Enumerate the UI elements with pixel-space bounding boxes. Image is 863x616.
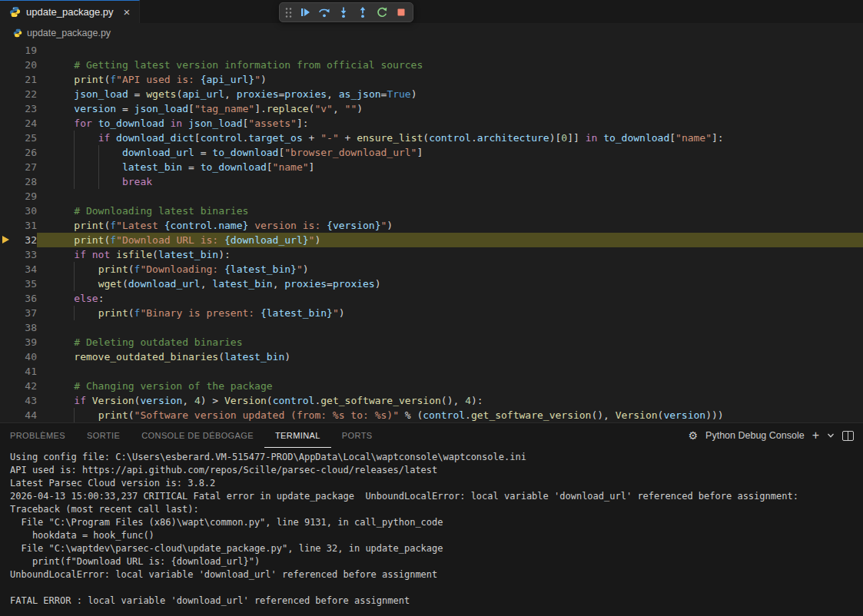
code-line[interactable]: 33 if not isfile(latest_bin):: [0, 247, 863, 262]
code-line[interactable]: 28 break: [0, 174, 863, 189]
gutter[interactable]: 37: [0, 306, 50, 320]
gutter[interactable]: 22: [0, 87, 50, 101]
line-number[interactable]: 21: [0, 72, 37, 87]
gear-icon[interactable]: ⚙: [689, 429, 699, 442]
gutter[interactable]: 28: [0, 174, 50, 189]
line-number[interactable]: 38: [0, 320, 37, 335]
gutter[interactable]: 30: [0, 204, 50, 218]
code-line-content[interactable]: print("Software version updated (from: %…: [50, 408, 863, 422]
debug-console-selector[interactable]: Python Debug Console: [705, 430, 805, 441]
split-panel-icon[interactable]: [842, 431, 854, 441]
code-line-content[interactable]: if not isfile(latest_bin):: [50, 247, 863, 262]
debug-continue-icon[interactable]: [296, 4, 314, 21]
gutter[interactable]: 29: [0, 189, 50, 204]
code-editor[interactable]: 1920 # Getting latest version informatio…: [0, 43, 863, 422]
code-line[interactable]: 39 # Deleting outdated binaries: [0, 335, 863, 349]
code-line[interactable]: 25 if download_dict[control.target_os + …: [0, 131, 863, 145]
code-line[interactable]: 26 download_url = to_download["browser_d…: [0, 145, 863, 160]
panel-tab-output[interactable]: SORTIE: [76, 423, 131, 448]
debug-step-out-icon[interactable]: [353, 4, 371, 21]
code-line-content[interactable]: print(f"Latest {control.name} version is…: [50, 218, 863, 233]
debug-stop-icon[interactable]: [392, 4, 410, 21]
code-line[interactable]: 37 print(f"Binary is present: {latest_bi…: [0, 306, 863, 320]
code-line-content[interactable]: wget(download_url, latest_bin, proxies=p…: [50, 277, 863, 291]
code-line[interactable]: 44 print("Software version updated (from…: [0, 408, 863, 422]
code-line[interactable]: 42 # Changing version of the package: [0, 379, 863, 393]
gutter[interactable]: 19: [0, 43, 50, 58]
debug-restart-icon[interactable]: [373, 4, 390, 21]
code-line[interactable]: 34 print(f"Downloading: {latest_bin}"): [0, 262, 863, 277]
code-line-content[interactable]: latest_bin = to_download["name"]: [50, 160, 863, 174]
line-number[interactable]: 26: [0, 145, 37, 160]
line-number[interactable]: 19: [0, 43, 37, 58]
gutter[interactable]: 23: [0, 101, 50, 116]
gutter[interactable]: 24: [0, 116, 50, 131]
line-number[interactable]: 33: [0, 247, 37, 262]
code-line-content[interactable]: else:: [50, 291, 863, 306]
line-number[interactable]: 22: [0, 87, 37, 101]
gutter[interactable]: 44: [0, 408, 50, 422]
gutter[interactable]: 42: [0, 379, 50, 393]
code-line[interactable]: 40 remove_outdated_binaries(latest_bin): [0, 349, 863, 364]
panel-tab-debug-console[interactable]: CONSOLE DE DÉBOGAGE: [131, 423, 264, 448]
breadcrumb-file[interactable]: update_package.py: [27, 28, 111, 38]
gutter[interactable]: 31: [0, 218, 50, 233]
gutter[interactable]: 36: [0, 291, 50, 306]
gutter[interactable]: 21: [0, 72, 50, 87]
code-line-content[interactable]: [50, 189, 863, 204]
panel-tab-problems[interactable]: PROBLÈMES: [10, 423, 76, 448]
code-line[interactable]: 41: [0, 364, 863, 379]
gutter[interactable]: 26: [0, 145, 50, 160]
code-line[interactable]: 19: [0, 43, 863, 58]
gutter[interactable]: 43: [0, 393, 50, 408]
debug-step-into-icon[interactable]: [334, 4, 352, 21]
line-number[interactable]: 37: [0, 306, 37, 320]
line-number[interactable]: 35: [0, 277, 37, 291]
code-line-content[interactable]: print(f"Downloading: {latest_bin}"): [50, 262, 863, 277]
gutter[interactable]: 27: [0, 160, 50, 174]
code-line-content[interactable]: for to_download in json_load["assets"]:: [50, 116, 863, 131]
panel-tab-terminal[interactable]: TERMINAL: [264, 423, 331, 448]
gutter[interactable]: 33: [0, 247, 50, 262]
code-line[interactable]: 27 latest_bin = to_download["name"]: [0, 160, 863, 174]
code-line[interactable]: 20 # Getting latest version information …: [0, 58, 863, 72]
code-line[interactable]: 32 print(f"Download URL is: {download_ur…: [0, 233, 863, 247]
panel-tab-ports[interactable]: PORTS: [331, 423, 383, 448]
code-line-content[interactable]: [50, 320, 863, 335]
line-number[interactable]: 42: [0, 379, 37, 393]
close-icon[interactable]: ×: [123, 6, 130, 18]
line-number[interactable]: 30: [0, 204, 37, 218]
code-line-content[interactable]: if download_dict[control.target_os + "-"…: [50, 131, 863, 145]
line-number[interactable]: 24: [0, 116, 37, 131]
code-line-content[interactable]: [50, 43, 863, 58]
code-line[interactable]: 43 if Version(version, 4) > Version(cont…: [0, 393, 863, 408]
code-line-content[interactable]: print(f"Binary is present: {latest_bin}"…: [50, 306, 863, 320]
gutter[interactable]: 25: [0, 131, 50, 145]
code-line-content[interactable]: print(f"Download URL is: {download_url}"…: [50, 233, 863, 247]
line-number[interactable]: 34: [0, 262, 37, 277]
line-number[interactable]: 40: [0, 349, 37, 364]
code-line-content[interactable]: # Getting latest version information fro…: [50, 58, 863, 72]
line-number[interactable]: 29: [0, 189, 37, 204]
code-line[interactable]: 36 else:: [0, 291, 863, 306]
code-line[interactable]: 38: [0, 320, 863, 335]
tab-update-package[interactable]: update_package.py ×: [0, 0, 140, 23]
line-number[interactable]: 43: [0, 393, 37, 408]
code-line[interactable]: 31 print(f"Latest {control.name} version…: [0, 218, 863, 233]
code-line-content[interactable]: break: [50, 174, 863, 189]
code-line-content[interactable]: remove_outdated_binaries(latest_bin): [50, 349, 863, 364]
code-line-content[interactable]: download_url = to_download["browser_down…: [50, 145, 863, 160]
code-line[interactable]: 23 version = json_load["tag_name"].repla…: [0, 101, 863, 116]
line-number[interactable]: 31: [0, 218, 37, 233]
code-line-content[interactable]: version = json_load["tag_name"].replace(…: [50, 101, 863, 116]
line-number[interactable]: 39: [0, 335, 37, 349]
debug-toolbar-drag-handle-icon[interactable]: [283, 4, 294, 21]
debug-step-over-icon[interactable]: [315, 4, 333, 21]
code-line-content[interactable]: json_load = wgets(api_url, proxies=proxi…: [50, 87, 863, 101]
gutter[interactable]: 34: [0, 262, 50, 277]
gutter[interactable]: 32: [0, 233, 50, 247]
code-line[interactable]: 30 # Downloading latest binaries: [0, 204, 863, 218]
code-line-content[interactable]: if Version(version, 4) > Version(control…: [50, 393, 863, 408]
line-number[interactable]: 36: [0, 291, 37, 306]
gutter[interactable]: 35: [0, 277, 50, 291]
